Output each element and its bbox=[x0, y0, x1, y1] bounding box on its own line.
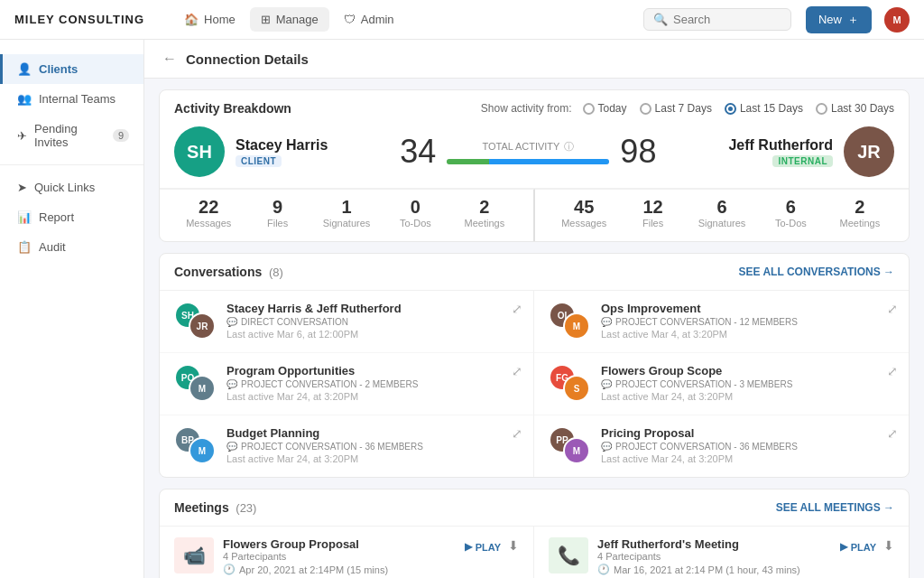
sidebar-pending-invites-label: Pending Invites bbox=[34, 122, 106, 149]
internal-stat-messages: 45 Messages bbox=[550, 197, 618, 228]
meeting-item-1[interactable]: 📞 Jeff Rutherford's Meeting 4 Partecipan… bbox=[534, 527, 909, 578]
conv-info-4: Budget Planning 💬PROJECT CONVERSATION - … bbox=[226, 426, 519, 464]
back-button[interactable]: ← bbox=[162, 51, 177, 67]
top-nav: MILEY CONSULTING 🏠 Home ⊞ Manage 🛡 Admin… bbox=[0, 0, 924, 40]
internal-stat-todos: 6 To-Dos bbox=[756, 197, 825, 228]
internal-avatar: JR bbox=[844, 126, 894, 177]
expand-icon-1[interactable]: ⤢ bbox=[887, 302, 898, 316]
search-bar[interactable]: 🔍 bbox=[643, 8, 791, 31]
page-header: ← Connection Details bbox=[144, 40, 924, 79]
meeting-participants-1: 4 Partecipants bbox=[597, 551, 831, 562]
client-role-badge: CLIENT bbox=[236, 155, 282, 167]
conversation-item-3[interactable]: FG S Flowers Group Scope 💬PROJECT CONVER… bbox=[534, 353, 909, 415]
client-stats: 22 Messages 9 Files 1 Signatures 0 To-Do… bbox=[160, 189, 535, 241]
sidebar-item-audit[interactable]: 📋 Audit bbox=[0, 232, 143, 262]
radio-7days bbox=[640, 103, 651, 115]
sidebar: 👤 Clients 👥 Internal Teams ✈ Pending Inv… bbox=[0, 40, 144, 578]
meeting-name-1: Jeff Rutherford's Meeting bbox=[597, 537, 831, 551]
layout: 👤 Clients 👥 Internal Teams ✈ Pending Inv… bbox=[0, 40, 924, 578]
main-content: ← Connection Details Activity Breakdown … bbox=[144, 40, 924, 578]
internal-role-badge: INTERNAL bbox=[772, 155, 833, 167]
internal-stats: 45 Messages 12 Files 6 Signatures 6 To-D… bbox=[535, 189, 909, 241]
quick-links-icon: ➤ bbox=[17, 181, 27, 194]
expand-icon-0[interactable]: ⤢ bbox=[512, 302, 522, 316]
filter-today-label: Today bbox=[598, 102, 627, 115]
activity-numbers: 34 TOTAL ACTIVITY ⓘ bbox=[349, 133, 707, 171]
conv-time-3: Last active Mar 24, at 3:20PM bbox=[601, 391, 894, 402]
client-stat-todos: 0 To-Dos bbox=[381, 197, 449, 228]
sidebar-item-report[interactable]: 📊 Report bbox=[0, 202, 143, 232]
radio-15days bbox=[725, 103, 736, 115]
play-button-0[interactable]: ▶ PLAY bbox=[465, 541, 501, 553]
people-row: SH Stacey Harris CLIENT 34 TOTAL ACTIVIT… bbox=[160, 116, 909, 188]
filter-30days[interactable]: Last 30 Days bbox=[816, 102, 894, 115]
client-name: Stacey Harris bbox=[236, 137, 328, 154]
meetings-section: Meetings (23) SEE ALL MEETINGS → 📹 Flowe… bbox=[159, 489, 910, 578]
nav-admin-label: Admin bbox=[361, 13, 394, 26]
client-stat-files: 9 Files bbox=[243, 197, 311, 228]
filter-15days[interactable]: Last 15 Days bbox=[725, 102, 803, 115]
new-button[interactable]: New ＋ bbox=[806, 6, 872, 33]
conversation-item-0[interactable]: SH JR Stacey Harris & Jeff Rutherford 💬D… bbox=[160, 291, 534, 353]
conv-type-1: 💬PROJECT CONVERSATION - 12 MEMBERS bbox=[601, 317, 894, 327]
info-icon: ⓘ bbox=[564, 141, 574, 152]
activity-breakdown-section: Activity Breakdown Show activity from: T… bbox=[159, 89, 910, 242]
conversation-item-4[interactable]: BP M Budget Planning 💬PROJECT CONVERSATI… bbox=[160, 415, 534, 477]
internal-name: Jeff Rutherford bbox=[728, 137, 833, 154]
activity-filter-options: Show activity from: Today Last 7 Days bbox=[481, 102, 894, 115]
download-icon-0[interactable]: ⬇ bbox=[508, 538, 519, 553]
filter-7days[interactable]: Last 7 Days bbox=[640, 102, 712, 115]
search-input[interactable] bbox=[673, 13, 781, 26]
conv-type-4: 💬PROJECT CONVERSATION - 36 MEMBERS bbox=[226, 442, 519, 452]
expand-icon-2[interactable]: ⤢ bbox=[512, 364, 522, 378]
filter-30days-label: Last 30 Days bbox=[831, 102, 894, 115]
conv-avatar-a2-1: M bbox=[563, 312, 590, 340]
see-all-conversations[interactable]: SEE ALL CONVERSATIONS → bbox=[739, 266, 894, 278]
conversation-item-2[interactable]: PO M Program Opportunities 💬PROJECT CONV… bbox=[160, 353, 534, 415]
conversations-header: Conversations (8) SEE ALL CONVERSATIONS … bbox=[160, 254, 909, 290]
client-avatar: SH bbox=[174, 126, 225, 177]
manage-icon: ⊞ bbox=[261, 13, 271, 26]
expand-icon-3[interactable]: ⤢ bbox=[887, 364, 898, 378]
conv-avatars-4: BP M bbox=[174, 426, 217, 466]
internal-teams-icon: 👥 bbox=[17, 92, 32, 106]
conversation-item-1[interactable]: OI M Ops Improvement 💬PROJECT CONVERSATI… bbox=[534, 291, 909, 353]
meeting-item-0[interactable]: 📹 Flowers Group Proposal 4 Partecipants … bbox=[160, 527, 534, 578]
conversations-count: (8) bbox=[269, 266, 283, 279]
total-activity-label: TOTAL ACTIVITY ⓘ bbox=[447, 140, 609, 154]
conv-time-5: Last active Mar 24, at 3:20PM bbox=[601, 453, 894, 464]
nav-home[interactable]: 🏠 Home bbox=[173, 7, 246, 32]
filter-today[interactable]: Today bbox=[583, 102, 627, 115]
sidebar-item-internal-teams[interactable]: 👥 Internal Teams bbox=[0, 84, 143, 114]
see-all-meetings[interactable]: SEE ALL MEETINGS → bbox=[776, 501, 894, 514]
play-button-1[interactable]: ▶ PLAY bbox=[840, 541, 876, 553]
conv-type-3: 💬PROJECT CONVERSATION - 3 MEMBERS bbox=[601, 379, 894, 389]
search-icon: 🔍 bbox=[653, 13, 668, 26]
conv-name-2: Program Opportunities bbox=[226, 364, 519, 378]
activity-header: Activity Breakdown Show activity from: T… bbox=[160, 90, 909, 116]
conv-avatar-a2-0: JR bbox=[189, 312, 216, 340]
user-avatar[interactable]: M bbox=[884, 7, 910, 33]
expand-icon-5[interactable]: ⤢ bbox=[887, 426, 898, 441]
nav-admin[interactable]: 🛡 Admin bbox=[333, 7, 405, 32]
sidebar-item-pending-invites[interactable]: ✈ Pending Invites 9 bbox=[0, 114, 143, 157]
nav-manage[interactable]: ⊞ Manage bbox=[250, 7, 329, 32]
conversation-item-5[interactable]: PP M Pricing Proposal 💬PROJECT CONVERSAT… bbox=[534, 415, 909, 477]
meetings-grid: 📹 Flowers Group Proposal 4 Partecipants … bbox=[160, 526, 909, 578]
sidebar-item-clients[interactable]: 👤 Clients bbox=[0, 54, 143, 84]
home-icon: 🏠 bbox=[184, 13, 199, 26]
client-stat-messages: 22 Messages bbox=[174, 197, 243, 228]
sidebar-item-quick-links[interactable]: ➤ Quick Links bbox=[0, 172, 143, 202]
conv-info-3: Flowers Group Scope 💬PROJECT CONVERSATIO… bbox=[601, 364, 894, 402]
meetings-header: Meetings (23) SEE ALL MEETINGS → bbox=[160, 489, 909, 526]
conv-name-4: Budget Planning bbox=[226, 426, 519, 440]
conversations-title-group: Conversations (8) bbox=[174, 265, 283, 279]
conv-avatar-a2-5: M bbox=[563, 437, 590, 464]
activity-title: Activity Breakdown bbox=[174, 101, 291, 116]
sidebar-internal-teams-label: Internal Teams bbox=[39, 92, 116, 106]
new-button-label: New bbox=[818, 13, 842, 26]
expand-icon-4[interactable]: ⤢ bbox=[512, 426, 522, 441]
meeting-info-0: Flowers Group Proposal 4 Partecipants 🕐A… bbox=[223, 537, 456, 575]
meeting-thumb-1: 📞 bbox=[549, 537, 588, 573]
download-icon-1[interactable]: ⬇ bbox=[883, 538, 894, 553]
